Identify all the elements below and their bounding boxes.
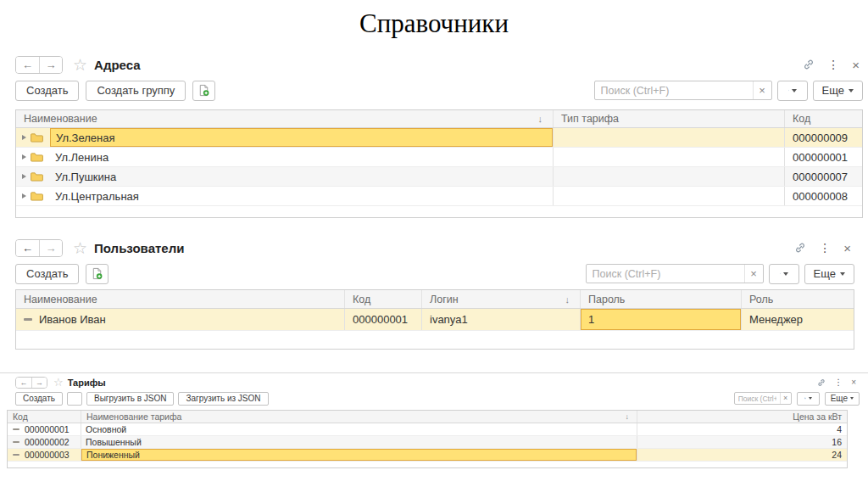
forward-button[interactable]: → (39, 57, 62, 73)
create-button[interactable]: Создать (15, 81, 79, 101)
export-json-button[interactable]: Выгрузить в JSON (86, 392, 174, 406)
table-row[interactable]: Иванов Иван 000000001 ivanya1 1 Менеджер (16, 309, 854, 331)
table-row[interactable]: Ул.Центральная 000000008 (16, 187, 862, 206)
create-copy-button[interactable] (192, 81, 215, 101)
table-row[interactable]: Ул.Зеленая 000000009 (16, 128, 862, 148)
row-code-cell[interactable]: 000000009 (785, 128, 862, 147)
create-copy-button[interactable] (67, 392, 82, 406)
nav-buttons: ← → (15, 56, 63, 74)
expand-arrow-icon[interactable] (22, 193, 26, 199)
row-name-cell[interactable]: Повышенный (81, 436, 637, 448)
row-tariff-type-cell[interactable] (554, 187, 785, 205)
row-price-cell[interactable]: 16 (637, 436, 847, 448)
row-name-cell[interactable]: Ул.Пушкина (50, 167, 553, 186)
more-button[interactable]: Еще (813, 81, 863, 101)
create-group-button[interactable]: Создать группу (86, 81, 186, 101)
column-header-code[interactable]: Код (345, 290, 422, 308)
create-button[interactable]: Создать (15, 392, 63, 406)
search-input[interactable] (587, 268, 744, 280)
table-row[interactable]: 000000003 Пониженный 24 (8, 449, 847, 462)
row-code-cell[interactable]: 000000001 (785, 148, 862, 166)
row-code-cell[interactable]: 000000007 (785, 167, 862, 186)
close-icon[interactable]: × (852, 59, 860, 71)
link-icon[interactable] (803, 59, 815, 70)
favorite-star-icon[interactable]: ☆ (73, 57, 87, 73)
panel-title: Тарифы (68, 378, 106, 388)
forward-button[interactable]: → (31, 378, 47, 388)
forward-button[interactable]: → (39, 240, 62, 256)
column-header-login[interactable]: Логин ↓ (422, 290, 581, 308)
row-tariff-type-cell[interactable] (554, 128, 785, 147)
table-row[interactable]: 000000001 Основной 4 (8, 423, 847, 436)
column-header-code[interactable]: Код (8, 411, 81, 423)
column-header-price[interactable]: Цена за кВт (637, 411, 847, 423)
search-clear-icon[interactable]: × (753, 81, 771, 99)
table-empty-area (16, 206, 862, 217)
more-button[interactable]: Еще (825, 392, 860, 406)
row-code-cell[interactable]: 000000001 (345, 309, 422, 330)
column-header-role[interactable]: Роль (742, 290, 854, 308)
row-name-cell[interactable]: Иванов Иван (39, 313, 106, 326)
create-button[interactable]: Создать (15, 264, 79, 284)
menu-dots-icon[interactable]: ⋮ (834, 378, 843, 387)
row-name-cell-selected[interactable]: Пониженный (81, 449, 637, 461)
expand-arrow-icon[interactable] (22, 135, 26, 140)
search-button[interactable] (797, 392, 820, 406)
row-name-cell[interactable]: Основной (81, 423, 637, 435)
column-header-name[interactable]: Наименование (16, 290, 345, 308)
column-header-tariff-name[interactable]: Наименование тарифа ↓ (81, 411, 637, 423)
row-code-cell[interactable]: 000000003 (25, 450, 70, 460)
link-icon[interactable] (794, 242, 806, 254)
back-button[interactable]: ← (16, 240, 39, 256)
row-name-cell[interactable]: Ул.Зеленая (50, 128, 553, 147)
link-icon[interactable] (817, 378, 826, 387)
row-code-cell[interactable]: 000000001 (25, 424, 70, 434)
menu-dots-icon[interactable]: ⋮ (819, 242, 831, 254)
close-icon[interactable]: × (851, 378, 856, 387)
expand-arrow-icon[interactable] (22, 154, 26, 160)
row-role-cell[interactable]: Менеджер (742, 309, 854, 330)
search-clear-icon[interactable]: × (780, 393, 791, 404)
search-box: × (594, 81, 772, 100)
favorite-star-icon[interactable]: ☆ (53, 377, 64, 388)
row-price-cell[interactable]: 4 (637, 423, 847, 435)
table-empty-area (8, 462, 847, 467)
search-input[interactable] (735, 395, 780, 403)
table-row[interactable]: Ул.Пушкина 000000007 (16, 167, 862, 187)
import-json-button[interactable]: Загрузить из JSON (178, 392, 268, 406)
more-button[interactable]: Еще (804, 264, 854, 284)
favorite-star-icon[interactable]: ☆ (73, 240, 87, 256)
row-login-cell[interactable]: ivanya1 (422, 309, 581, 330)
search-button[interactable] (777, 81, 808, 101)
row-name-cell[interactable]: Ул.Центральная (50, 187, 553, 205)
panel-divider (0, 372, 868, 373)
row-name-cell[interactable]: Ул.Ленина (50, 148, 553, 166)
create-copy-button[interactable] (86, 264, 108, 284)
expand-arrow-icon[interactable] (22, 174, 26, 179)
row-code-cell[interactable]: 000000008 (785, 187, 862, 205)
search-input[interactable] (595, 85, 753, 97)
column-label: Наименование тарифа (86, 411, 181, 422)
row-price-cell[interactable]: 24 (637, 449, 847, 461)
back-button[interactable]: ← (16, 57, 39, 73)
back-button[interactable]: ← (16, 378, 31, 388)
search-button[interactable] (769, 264, 799, 284)
panel-addresses: ← → ☆ Адреса ⋮ × Создать Создать группу (15, 54, 863, 218)
table-row[interactable]: Ул.Ленина 000000001 (16, 148, 862, 167)
row-password-cell-selected[interactable]: 1 (581, 309, 741, 330)
row-tariff-type-cell[interactable] (554, 167, 785, 186)
column-header-password[interactable]: Пароль (581, 290, 742, 308)
table-row[interactable]: 000000002 Повышенный 16 (8, 436, 847, 449)
caret-down-icon (840, 272, 845, 276)
search-clear-icon[interactable]: × (744, 265, 763, 283)
users-table: Наименование Код Логин ↓ Пароль Роль Ива… (15, 289, 854, 350)
row-tariff-type-cell[interactable] (554, 148, 785, 166)
close-icon[interactable]: × (843, 242, 851, 255)
row-code-cell[interactable]: 000000002 (25, 437, 70, 447)
menu-dots-icon[interactable]: ⋮ (827, 59, 839, 70)
column-label: Наименование (24, 113, 97, 125)
column-header-tariff-type[interactable]: Тип тарифа (554, 110, 785, 127)
column-header-code[interactable]: Код (785, 110, 862, 127)
caret-down-icon (809, 397, 812, 400)
column-header-name[interactable]: Наименование ↓ (16, 110, 554, 127)
